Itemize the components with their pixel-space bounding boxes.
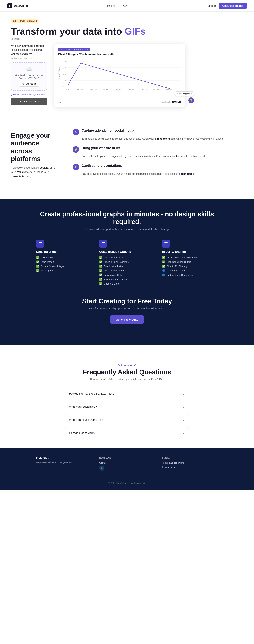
list-item: ✅Adjustable Animation Duration bbox=[162, 256, 218, 259]
list-item: ✅Flexible Color Schemes bbox=[99, 260, 155, 263]
svg-rect-31 bbox=[164, 243, 168, 244]
signin-button[interactable]: Sign In bbox=[207, 4, 216, 7]
engage-section: Engage your audience across platforms In… bbox=[0, 118, 254, 192]
footer-privacy-link[interactable]: Privacy policy bbox=[162, 466, 218, 468]
svg-text:Dec 2023: Dec 2023 bbox=[153, 89, 161, 91]
check-icon: ✅ bbox=[162, 265, 165, 268]
list-item: ✅Direct URL Sharing bbox=[162, 265, 218, 268]
features-subtitle: Seamless data import, rich customisation… bbox=[36, 228, 218, 230]
logo-icon bbox=[7, 3, 12, 8]
navigation: DataGIF.io Pricing FAQs Sign In Get 5 fr… bbox=[0, 0, 254, 12]
faq-question-1[interactable]: How do I format the CSV, Excel files? ⌄ bbox=[65, 388, 189, 399]
svg-text:Jun 2023: Jun 2023 bbox=[103, 89, 109, 91]
list-item: ✅Google Sheets Integration bbox=[36, 265, 92, 268]
feature-col-export: Export & Sharing ✅Adjustable Animation D… bbox=[162, 240, 218, 286]
format-help-link[interactable]: ℹ How do I format the CSV, Excel files? bbox=[11, 94, 47, 96]
chevron-down-icon: ⌄ bbox=[182, 418, 185, 422]
made-with: Made with DataGIF.io bbox=[162, 101, 181, 103]
logo[interactable]: DataGIF.io bbox=[7, 3, 28, 8]
list-item: ✅High-Resolution Output bbox=[162, 260, 218, 263]
faq-question-4[interactable]: How do credits work? ⌄ bbox=[65, 428, 189, 438]
footer-brand-name: DataGIF.io bbox=[36, 457, 92, 460]
footer-legal-col: Legal Terms and conditions Privacy polic… bbox=[162, 457, 218, 471]
feature-social: ⚡ Capture attention on social media Turn… bbox=[73, 129, 243, 141]
list-item: 🔵Embed Code Generation bbox=[162, 274, 218, 276]
svg-text:users(millions): users(millions) bbox=[58, 67, 60, 78]
check-icon: ✅ bbox=[162, 260, 165, 263]
svg-rect-26 bbox=[39, 244, 41, 244]
cta-button[interactable]: Get 5 free credits bbox=[110, 316, 144, 324]
footer-company-col: COMPANY Contact 🐦 bbox=[99, 457, 155, 471]
list-item: ✅Background Options bbox=[99, 274, 155, 276]
check-icon: ✅ bbox=[36, 256, 39, 259]
customization-icon bbox=[99, 240, 107, 248]
feature-desc-social: Turn data into scroll-stopping content t… bbox=[73, 137, 243, 141]
nav-pricing[interactable]: Pricing bbox=[107, 4, 116, 7]
chart-title: Chart 1 Usage - CSV filename becomes tit… bbox=[58, 52, 181, 56]
check-icon: ✅ bbox=[36, 269, 39, 272]
hero-try-text: try it with your own data bbox=[11, 57, 47, 59]
choose-file-button[interactable]: 🔍 Choose file bbox=[19, 81, 39, 86]
footer-terms-link[interactable]: Terms and conditions bbox=[162, 462, 218, 464]
faq-desc: Here are some of the questions you might… bbox=[65, 378, 189, 381]
engage-desc: Increase engagement on socials, bring yo… bbox=[11, 166, 58, 178]
list-item: ✅Excel Import bbox=[36, 260, 92, 263]
check-icon: ✅ bbox=[99, 256, 102, 259]
twitter-icon[interactable]: 🐦 bbox=[99, 466, 104, 471]
list-item: ✅Font Customization bbox=[99, 265, 155, 268]
hero-title-start: Transform your data into bbox=[11, 26, 125, 36]
chevron-down-icon: ⌄ bbox=[182, 431, 185, 435]
chart-bubble: Same as your CSV, Excel file name bbox=[58, 48, 90, 51]
faq-label: Got questions? bbox=[65, 364, 189, 366]
feature-desc-presentations: Say goodbye to boring slides. Our animat… bbox=[73, 172, 243, 176]
svg-text:Nov 2023: Nov 2023 bbox=[141, 89, 148, 91]
svg-rect-3 bbox=[10, 5, 10, 6]
svg-text:Jan 2023: Jan 2023 bbox=[65, 89, 71, 91]
faq-question-2[interactable]: What can I customise? ⌄ bbox=[65, 401, 189, 412]
info-icon: ℹ bbox=[11, 94, 12, 96]
svg-rect-29 bbox=[102, 244, 104, 244]
nav-cta-button[interactable]: Get 5 free credits bbox=[219, 2, 247, 9]
chevron-down-icon: ⌄ bbox=[182, 392, 185, 396]
svg-text:1200: 1200 bbox=[63, 67, 68, 69]
faq-item-2: What can I customise? ⌄ bbox=[65, 401, 189, 412]
svg-rect-27 bbox=[102, 242, 105, 242]
faq-item-4: How do credits work? ⌄ bbox=[65, 427, 189, 438]
svg-text:0: 0 bbox=[63, 86, 65, 88]
upload-box[interactable]: ☁️ Click to select or drag and drop (sup… bbox=[11, 62, 47, 90]
check-icon: ✅ bbox=[99, 260, 102, 263]
svg-text:1600: 1600 bbox=[63, 60, 68, 62]
footer-company-title: COMPANY bbox=[99, 457, 155, 459]
hero-subtitle: Magically animated charts for social med… bbox=[11, 44, 47, 56]
check-icon: ✅ bbox=[99, 282, 102, 285]
list-item: ✅API Support bbox=[36, 269, 92, 272]
check-icon: ✅ bbox=[99, 274, 102, 276]
chevron-down-icon: ⌄ bbox=[182, 404, 185, 408]
list-item: ✅Axis Customization bbox=[99, 269, 155, 272]
faq-question-text-4: How do credits work? bbox=[69, 431, 95, 434]
footer: DataGIF.io AI-powered animated chart gen… bbox=[0, 448, 254, 490]
suggestion-button[interactable]: Make a suggestion bbox=[175, 92, 194, 96]
nav-faqs[interactable]: FAQs bbox=[121, 4, 128, 7]
faq-question-3[interactable]: Where can I use DataGIFs? ⌄ bbox=[65, 414, 189, 425]
customization-list: ✅Custom Chart Sizes ✅Flexible Color Sche… bbox=[99, 256, 155, 285]
cta-section: Start Creating for Free Today Your first… bbox=[36, 286, 218, 334]
export-title: Export & Sharing bbox=[162, 250, 218, 254]
footer-bottom: © 2024 DataGIF.io. All rights reserved. bbox=[36, 478, 218, 484]
feature-icon-social: ⚡ bbox=[73, 129, 79, 135]
svg-text:Mar 2023: Mar 2023 bbox=[77, 89, 84, 91]
faq-item-1: How do I format the CSV, Excel files? ⌄ bbox=[65, 388, 189, 399]
svg-text:Sep 2023: Sep 2023 bbox=[128, 89, 135, 91]
graphs-badge: 2.2k + graphs animated bbox=[11, 19, 39, 23]
features-title: Create professional graphs in minutes - … bbox=[36, 210, 218, 226]
list-item: ✅Custom Chart Sizes bbox=[99, 256, 155, 259]
footer-contact-link[interactable]: Contact bbox=[99, 462, 155, 464]
faq-question-text-2: What can I customise? bbox=[69, 405, 97, 408]
check-icon: ✅ bbox=[162, 256, 165, 259]
bulb-button[interactable]: 💡 bbox=[188, 98, 194, 103]
feature-name-presentations: Captivating presentations bbox=[82, 164, 122, 168]
customization-title: Customization Options bbox=[99, 250, 155, 254]
footer-brand-col: DataGIF.io AI-powered animated chart gen… bbox=[36, 457, 92, 471]
chart-footer: time Made with DataGIF.io bbox=[58, 101, 181, 103]
get-gif-button[interactable]: Get my DataGIF ↗ bbox=[11, 98, 47, 105]
